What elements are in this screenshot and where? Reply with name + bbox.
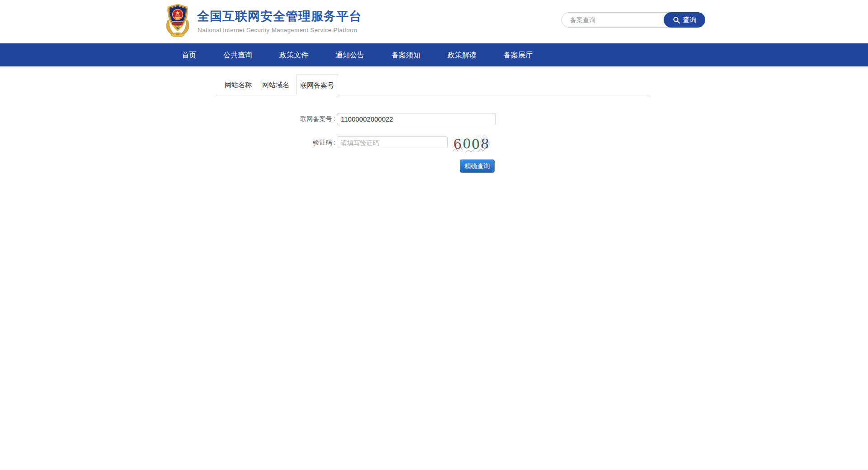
site-subtitle: National Internet Security Management Se…: [198, 27, 357, 33]
main-nav-items: 首页 公共查询 政策文件 通知公告 备案须知 政策解读 备案展厅: [168, 43, 546, 66]
svg-text:8: 8: [480, 136, 490, 151]
search-input[interactable]: [562, 13, 662, 27]
search-button-label: 查询: [683, 16, 697, 24]
nav-item-policy-interpretation[interactable]: 政策解读: [434, 43, 490, 66]
nav-item-filing-instructions[interactable]: 备案须知: [378, 43, 434, 66]
police-badge-logo: [164, 4, 192, 37]
svg-text:6: 6: [453, 136, 462, 152]
site-header: 全国互联网安全管理服务平台 National Internet Security…: [0, 0, 868, 43]
search-icon: [673, 16, 680, 24]
nav-item-notices[interactable]: 通知公告: [322, 43, 378, 66]
captcha-label: 验证码 :: [253, 136, 335, 148]
main-nav: 首页 公共查询 政策文件 通知公告 备案须知 政策解读 备案展厅: [0, 43, 868, 66]
nav-item-public-query[interactable]: 公共查询: [210, 43, 266, 66]
tab-website-name[interactable]: 网站名称: [220, 74, 256, 95]
tab-website-domain[interactable]: 网站域名: [258, 74, 294, 95]
nav-item-filing-hall[interactable]: 备案展厅: [490, 43, 546, 66]
tab-filing-number[interactable]: 联网备案号: [296, 74, 338, 95]
svg-text:0: 0: [462, 136, 471, 152]
captcha-image[interactable]: 6 0 0 8: [452, 134, 490, 153]
site-title: 全国互联网安全管理服务平台: [197, 8, 362, 24]
nav-item-policy-documents[interactable]: 政策文件: [266, 43, 322, 66]
filing-number-input[interactable]: [337, 113, 496, 125]
filing-number-label: 联网备案号 :: [253, 113, 335, 125]
captcha-input[interactable]: [337, 136, 448, 148]
header-search: 查询: [561, 12, 705, 28]
precise-query-button[interactable]: 精确查询: [460, 160, 495, 173]
search-button[interactable]: 查询: [664, 12, 705, 28]
page: 全国互联网安全管理服务平台 National Internet Security…: [0, 0, 868, 470]
nav-item-home[interactable]: 首页: [168, 43, 210, 66]
svg-text:0: 0: [471, 136, 480, 152]
